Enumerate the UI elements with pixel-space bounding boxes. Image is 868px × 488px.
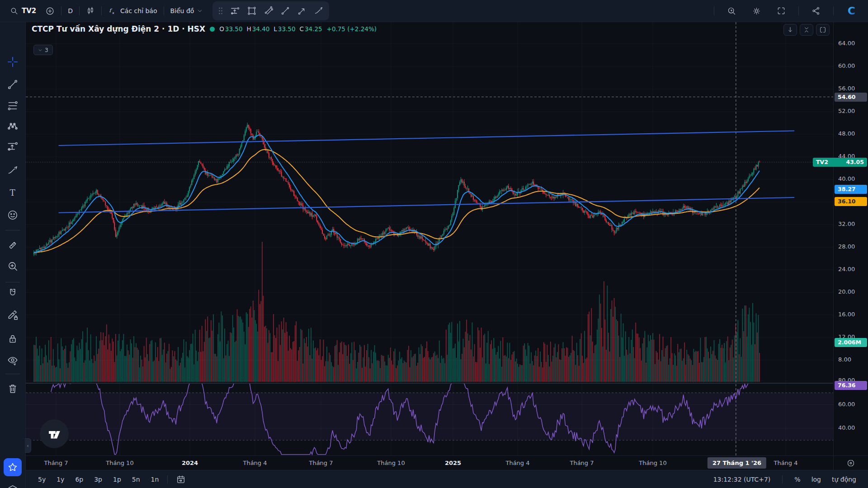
- time-axis-label: Tháng 7: [570, 460, 594, 466]
- market-status-icon[interactable]: [210, 27, 215, 32]
- ohlc-value: 33.50: [225, 25, 243, 33]
- star-icon: [7, 462, 18, 473]
- collapse-pane-button[interactable]: [800, 24, 813, 36]
- magnet-mode-button[interactable]: [6, 287, 19, 300]
- lock-all-drawings-button[interactable]: [6, 333, 19, 345]
- layout-button[interactable]: Biểu đồ: [166, 3, 208, 19]
- broker-logo[interactable]: C: [842, 3, 863, 19]
- fav-trend-line-tool-icon[interactable]: [280, 6, 290, 16]
- pattern-xabcd-tool[interactable]: [6, 120, 19, 132]
- svg-text:T: T: [10, 188, 16, 197]
- symbol-search-button[interactable]: TV2: [5, 3, 41, 19]
- hide-drawings-button[interactable]: [6, 354, 19, 367]
- fullscreen-button[interactable]: [772, 3, 790, 19]
- time-axis-label: Tháng 4: [505, 460, 529, 466]
- favorites-star-button[interactable]: [4, 458, 22, 476]
- hidden-indicators-pill[interactable]: 3: [33, 45, 53, 55]
- fav-projection-tool-icon[interactable]: [230, 6, 240, 16]
- go-to-date-button[interactable]: [172, 473, 189, 486]
- tradingview-logo[interactable]: [40, 419, 69, 448]
- gear-icon: [752, 6, 761, 16]
- indicators-button[interactable]: fx Các chỉ báo: [104, 3, 161, 19]
- cursor-crosshair-tool[interactable]: [6, 56, 19, 68]
- toolbar-divider: [167, 475, 168, 483]
- volume-tag[interactable]: 2.006M: [835, 338, 867, 347]
- drawing-mode-lock-button[interactable]: [6, 309, 19, 321]
- axis-settings-icon[interactable]: [846, 459, 855, 468]
- toolbar-separator: [5, 230, 20, 230]
- scroll-to-recent-button[interactable]: [783, 24, 797, 36]
- range-button-5n[interactable]: 5n: [128, 474, 144, 485]
- range-button-1y[interactable]: 1y: [52, 474, 68, 485]
- drag-grip-icon[interactable]: [218, 7, 223, 15]
- price-axis-label: 48.00: [838, 130, 855, 137]
- ma-slow-tag[interactable]: 36.10: [835, 197, 867, 206]
- log-scale-button[interactable]: log: [808, 474, 825, 485]
- range-button-3p[interactable]: 3p: [90, 474, 106, 485]
- remove-drawings-button[interactable]: [6, 382, 19, 395]
- time-axis[interactable]: Tháng 7Tháng 102024Tháng 4Tháng 7Tháng 1…: [26, 455, 833, 470]
- symbol-title[interactable]: CTCP Tư vấn Xây dựng Điện 2 · 1D · HSX: [32, 24, 205, 33]
- alert-price-tag[interactable]: 54.60: [835, 93, 867, 102]
- brush-tool[interactable]: [6, 164, 19, 177]
- svg-text:x: x: [112, 11, 114, 15]
- zoom-in-tool[interactable]: [6, 260, 19, 272]
- time-axis-label: Tháng 7: [44, 460, 68, 466]
- compare-add-button[interactable]: [41, 3, 59, 19]
- plus-circle-icon: [45, 6, 55, 16]
- chart-style-button[interactable]: [81, 3, 99, 19]
- measure-tool[interactable]: [6, 239, 19, 252]
- price-axis[interactable]: 64.0060.0056.0052.0048.0044.0040.0036.00…: [833, 22, 868, 455]
- range-button-1n[interactable]: 1n: [147, 474, 163, 485]
- ma-fast-tag[interactable]: 38.27: [835, 185, 867, 194]
- favorite-drawings-toolbar: [212, 1, 329, 20]
- fav-rectangle-tool-icon[interactable]: [247, 6, 257, 16]
- auto-scale-button[interactable]: tự động: [828, 474, 860, 485]
- fx-icon: fx: [108, 6, 117, 15]
- time-axis-label: Tháng 4: [243, 460, 267, 466]
- quick-search-button[interactable]: [722, 3, 741, 19]
- channel-upper-line[interactable]: [59, 131, 794, 146]
- text-tool[interactable]: T: [6, 186, 19, 199]
- ma-slow-line[interactable]: [34, 150, 760, 253]
- trend-line-tool[interactable]: [6, 78, 19, 91]
- toolbar-divider: [101, 6, 102, 15]
- symbol-legend[interactable]: CTCP Tư vấn Xây dựng Điện 2 · 1D · HSX O…: [32, 23, 377, 35]
- toolbar-divider: [782, 475, 783, 483]
- price-axis-label: 20.00: [838, 288, 855, 295]
- maximize-pane-button[interactable]: [816, 24, 830, 36]
- price-chart-canvas[interactable]: [26, 22, 833, 455]
- clock-label[interactable]: 13:12:32 (UTC+7): [710, 474, 774, 485]
- range-buttons: 5y1y6p3p1p5n1n: [34, 474, 163, 485]
- ohlc-label: C: [300, 25, 304, 33]
- settings-button[interactable]: [747, 3, 766, 19]
- channel-lower-line[interactable]: [59, 197, 794, 213]
- emoji-tool[interactable]: [6, 209, 19, 221]
- price-axis-label: 28.00: [838, 243, 855, 250]
- range-button-5y[interactable]: 5y: [34, 474, 50, 485]
- date-marker-tag[interactable]: 27 Tháng 1 '26: [708, 457, 766, 469]
- rsi-tag[interactable]: 76.36: [835, 381, 867, 390]
- quick-search-icon: [727, 6, 736, 16]
- ohlc-label: H: [247, 25, 251, 33]
- object-tree-button[interactable]: [6, 483, 19, 488]
- toolbar-divider: [164, 6, 164, 15]
- percent-scale-button[interactable]: %: [791, 474, 804, 485]
- share-icon: [811, 6, 821, 15]
- share-button[interactable]: [807, 3, 825, 19]
- range-button-1p[interactable]: 1p: [109, 474, 125, 485]
- ohlc-values: O33.50H34.40L33.50C34.25: [219, 25, 322, 33]
- fav-parallel-channel-tool-icon[interactable]: [264, 6, 274, 16]
- svg-text:C: C: [848, 5, 855, 17]
- interval-label: D: [68, 7, 73, 14]
- fib-retracement-tool[interactable]: [6, 99, 19, 112]
- favorites-flyout-tab[interactable]: ‹: [25, 438, 31, 453]
- fav-arrow-tool-icon[interactable]: [297, 6, 307, 16]
- rsi-axis-label: 60.00: [838, 401, 855, 408]
- range-button-6p[interactable]: 6p: [71, 474, 87, 485]
- last-price-tag[interactable]: TV243.05: [813, 158, 867, 167]
- fav-brush-tool-icon[interactable]: [314, 6, 324, 16]
- interval-button[interactable]: D: [63, 3, 77, 19]
- prediction-projection-tool[interactable]: [6, 140, 19, 153]
- change-value: +0.75 (+2.24%): [327, 25, 377, 33]
